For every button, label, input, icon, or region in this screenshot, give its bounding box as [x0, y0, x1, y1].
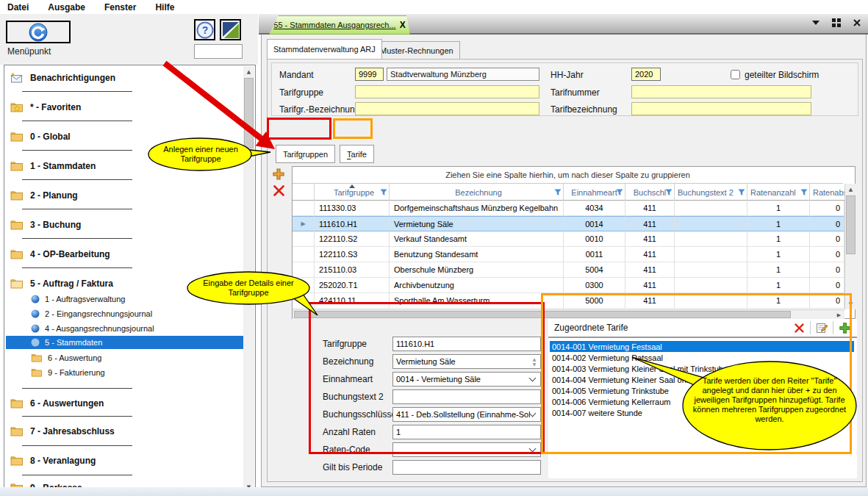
sidebar-item-favoriten[interactable]: * - Favoriten: [10, 101, 81, 113]
close-icon[interactable]: [852, 18, 862, 27]
tab-muster-rechnungen[interactable]: Muster-Rechnungen: [373, 41, 460, 59]
list-item[interactable]: 0014-003 Vermietung Kleiner Saal mit Tri…: [550, 363, 854, 374]
cell-tarifgruppe[interactable]: 424110.11: [315, 293, 390, 309]
add-tarif-icon[interactable]: [836, 320, 853, 335]
list-item[interactable]: 0014-002 Vermietung Ratssaal: [550, 352, 854, 363]
cell-ratenanzahl[interactable]: 1: [747, 278, 810, 293]
tarifbezeichnung-filter-field[interactable]: [631, 102, 811, 115]
mandant-code-field[interactable]: [355, 68, 384, 81]
list-item[interactable]: 0014-006 Vermietung Kellerraum: [550, 396, 854, 407]
mandant-name-field[interactable]: [387, 68, 539, 81]
table-row[interactable]: 111330.03 Dorfgemeinschaftshaus Münzberg…: [293, 201, 844, 216]
scroll-down-icon[interactable]: ▼: [845, 298, 856, 309]
table-vertical-scrollbar[interactable]: ▲ ▼: [844, 184, 856, 309]
cell-einnahmeart[interactable]: 4034: [564, 201, 625, 216]
document-tab[interactable]: 55 - Stammdaten Ausgangsrech... X: [269, 15, 410, 35]
tab-close-icon[interactable]: X: [400, 20, 406, 30]
cell-einnahmeart[interactable]: 0011: [564, 247, 625, 262]
table-row[interactable]: 122110.S3 Benutzung Standesamt 0011 411 …: [293, 247, 844, 262]
sidebar-item-stammdaten[interactable]: 1 - Stammdaten: [10, 160, 96, 172]
list-item-selected[interactable]: 0014-001 Vermietung Festsaal: [550, 341, 854, 352]
table-row[interactable]: 122110.S2 Verkauf Standesamt 0010 411 1 …: [293, 231, 844, 247]
list-item[interactable]: 0014-007 weitere Stunde: [550, 407, 854, 418]
remove-tarif-icon[interactable]: [791, 320, 807, 335]
dropdown-arrow-icon[interactable]: [811, 18, 821, 27]
anzahl-raten-input[interactable]: [392, 425, 541, 439]
cell-buchungstext2[interactable]: [675, 262, 747, 278]
menu-item-datei[interactable]: Datei: [7, 2, 29, 12]
cell-tarifgruppe[interactable]: 111330.03: [315, 201, 390, 216]
cell-ratenab[interactable]: 0: [810, 201, 844, 216]
tarifgruppe-filter-field[interactable]: [355, 85, 539, 98]
sidebar-item-auswertung[interactable]: 6 - Auswertung: [31, 352, 101, 363]
menu-item-ausgabe[interactable]: Ausgabe: [48, 2, 85, 12]
list-item[interactable]: 0014-005 Vermietung Trinkstube: [550, 385, 854, 396]
cell-buchungstext2[interactable]: [675, 293, 747, 309]
edit-tarif-icon[interactable]: [814, 320, 830, 335]
cell-buchungstext2[interactable]: [675, 231, 747, 247]
sidebar-item-ausgangsrechnungsjournal[interactable]: 4 - Ausgangsrechnungsjournal: [31, 323, 154, 334]
scrollbar-thumb[interactable]: [846, 195, 856, 254]
header-buchschl[interactable]: Buchschl: [625, 184, 675, 201]
header-ratenab[interactable]: Ratenabs: [810, 184, 844, 201]
gilt-bis-periode-input[interactable]: [392, 460, 541, 475]
filter-icon[interactable]: [665, 189, 672, 196]
menu-item-hilfe[interactable]: Hilfe: [155, 2, 174, 12]
filter-icon[interactable]: [616, 189, 623, 196]
scroll-up-icon[interactable]: ▲: [243, 66, 254, 77]
table-row[interactable]: 215110.03 Oberschule Münzberg 5004 411 1…: [293, 262, 844, 278]
sidebar-item-planung[interactable]: 2 - Planung: [10, 190, 78, 201]
sidebar-item-auswertungen[interactable]: 6 - Auswertungen: [10, 398, 104, 409]
cell-buchschl[interactable]: 411: [625, 278, 675, 293]
sidebar-item-global[interactable]: 0 - Global: [10, 131, 71, 143]
menu-item-fenster[interactable]: Fenster: [104, 2, 136, 12]
cell-buchschl[interactable]: 411: [625, 216, 675, 231]
tab-tarife[interactable]: Tarife: [340, 145, 374, 163]
raten-code-select[interactable]: [392, 442, 541, 457]
cell-einnahmeart[interactable]: 0300: [564, 278, 625, 293]
sidebar-item-jahresabschluss[interactable]: 7 - Jahresabschluss: [10, 425, 115, 437]
table-row[interactable]: 252020.T1 Archivbenutzung 0300 411 1 0: [293, 278, 844, 293]
tarifnummer-filter-field[interactable]: [631, 85, 811, 98]
tarifgr-bezeichnung-filter-field[interactable]: [355, 102, 539, 115]
cell-buchungstext2[interactable]: [675, 278, 747, 293]
cell-buchschl[interactable]: 411: [625, 293, 675, 309]
scrollbar-thumb[interactable]: [294, 311, 791, 318]
buchungstext2-input[interactable]: [392, 389, 541, 404]
tab-tarifgruppen[interactable]: Tarifgruppen: [276, 145, 335, 163]
cell-ratenab[interactable]: 0: [810, 231, 844, 247]
cell-bezeichnung[interactable]: Vermietung Säle: [390, 216, 564, 231]
header-ratenanzahl[interactable]: Ratenanzahl: [747, 184, 810, 201]
cell-buchungstext2[interactable]: [675, 247, 747, 262]
header-buchungstext-2[interactable]: Buchungstext 2: [675, 184, 747, 201]
filter-icon[interactable]: [738, 189, 745, 196]
cell-tarifgruppe[interactable]: 122110.S3: [315, 247, 390, 262]
delete-tarifgruppe-icon[interactable]: [273, 184, 285, 197]
cell-buchungstext2[interactable]: [675, 216, 747, 231]
table-row[interactable]: 424110.11 Sporthalle Am Wasserturm 5000 …: [293, 293, 844, 309]
hh-jahr-field[interactable]: [631, 68, 661, 81]
cell-tarifgruppe[interactable]: 111610.H1: [315, 216, 390, 231]
cell-einnahmeart[interactable]: 0014: [564, 216, 625, 231]
cell-tarifgruppe[interactable]: 252020.T1: [315, 278, 390, 293]
cell-buchschl[interactable]: 411: [625, 247, 675, 262]
sidebar-item-auftrag-faktura[interactable]: 5 - Auftrag / Faktura: [10, 278, 113, 290]
theme-button[interactable]: [220, 19, 241, 40]
list-item[interactable]: 0014-004 Vermietung Kleiner Saal ohne Tr…: [550, 374, 854, 385]
scroll-up-icon[interactable]: ▲: [845, 184, 856, 195]
cell-einnahmeart[interactable]: 0010: [564, 231, 625, 247]
header-einnahmeart[interactable]: Einnahmeart: [564, 184, 625, 201]
cell-bezeichnung[interactable]: Verkauf Standesamt: [390, 231, 564, 247]
cell-bezeichnung[interactable]: Archivbenutzung: [390, 278, 564, 293]
cell-einnahmeart[interactable]: 5000: [564, 293, 625, 309]
table-row-selected[interactable]: ▶ 111610.H1 Vermietung Säle 0014 411 1 0: [293, 216, 844, 231]
cell-buchschl[interactable]: 411: [625, 231, 675, 247]
cell-buchschl[interactable]: 411: [625, 201, 675, 216]
sidebar-scrollbar[interactable]: ▲ ▼: [243, 66, 254, 492]
sidebar-item-benachrichtigungen[interactable]: Benachrichtigungen: [10, 72, 115, 84]
cell-ratenab[interactable]: 0: [810, 278, 844, 293]
cell-ratenanzahl[interactable]: 1: [747, 262, 810, 278]
cell-ratenab[interactable]: 0: [810, 293, 844, 309]
menupunkt-button[interactable]: [6, 21, 71, 43]
tab-stammdatenverwaltung-arj[interactable]: Stammdatenverwaltung ARJ: [267, 39, 382, 59]
